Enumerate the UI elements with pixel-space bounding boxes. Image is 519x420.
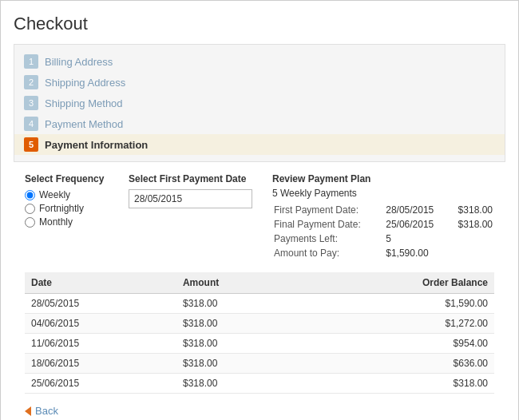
schedule-row-amount: $318.00 [176,374,299,394]
frequency-fortnightly[interactable]: Fortnightly [25,203,113,214]
review-row-payments-left: Payments Left: 5 [274,232,493,245]
review-row-first-payment-amount: $318.00 [450,204,493,216]
schedule-row: 28/05/2015 $318.00 $1,590.00 [25,294,494,314]
schedule-row: 04/06/2015 $318.00 $1,272.00 [25,314,494,334]
action-buttons: Back Continue [25,405,494,420]
review-row-amount-to-pay-value: $1,590.00 [386,247,449,260]
frequency-fortnightly-radio[interactable] [25,204,35,214]
step-label-1: Billing Address [45,56,113,68]
schedule-row-date: 25/06/2015 [25,374,176,394]
step-billing-address[interactable]: 1 Billing Address [14,51,505,72]
review-row-amount-to-pay-label: Amount to Pay: [274,247,384,260]
step-label-5: Payment Information [45,139,148,151]
schedule-row-amount: $318.00 [176,314,299,334]
schedule-row-amount: $318.00 [176,294,299,314]
schedule-row-balance: $1,590.00 [299,294,494,314]
schedule-row-date: 11/06/2015 [25,334,176,354]
step-number-4: 4 [24,117,38,131]
schedule-header-row: Date Amount Order Balance [25,272,494,294]
date-column: Select First Payment Date [129,173,256,208]
frequency-monthly-radio[interactable] [25,217,35,228]
schedule-row-balance: $318.00 [299,374,494,394]
schedule-row-date: 04/06/2015 [25,314,176,334]
back-label: Back [35,405,58,417]
schedule-row: 11/06/2015 $318.00 $954.00 [25,334,494,354]
schedule-row: 18/06/2015 $318.00 $636.00 [25,354,494,374]
frequency-fortnightly-label: Fortnightly [39,203,84,214]
review-row-first-payment-date: 28/05/2015 [386,204,449,216]
step-number-3: 3 [24,96,38,110]
checkout-container: Checkout 1 Billing Address 2 Shipping Ad… [0,0,519,420]
frequency-monthly[interactable]: Monthly [25,216,113,228]
step-label-2: Shipping Address [45,77,125,89]
frequency-column: Select Frequency Weekly Fortnightly Mont… [25,173,113,228]
review-row-payments-left-value: 5 [386,232,449,245]
back-arrow-icon [25,406,31,416]
schedule-row-balance: $1,272.00 [299,314,494,334]
steps-section: 1 Billing Address 2 Shipping Address 3 S… [14,44,505,162]
frequency-radio-group: Weekly Fortnightly Monthly [25,189,113,228]
review-row-final-payment-amount: $318.00 [450,218,493,231]
step-payment-information: 5 Payment Information [14,134,505,155]
schedule-row-date: 28/05/2015 [25,294,176,314]
payment-top: Select Frequency Weekly Fortnightly Mont… [25,173,494,261]
schedule-row-amount: $318.00 [176,354,299,374]
date-label: Select First Payment Date [129,173,256,184]
schedule-row-date: 18/06/2015 [25,354,176,374]
schedule-header-date: Date [25,272,176,294]
frequency-monthly-label: Monthly [39,216,73,228]
payment-info-section: Select Frequency Weekly Fortnightly Mont… [14,162,505,420]
step-number-2: 2 [24,75,38,89]
review-row-final-payment-label: Final Payment Date: [274,218,384,231]
step-number-5: 5 [24,137,38,152]
step-label-4: Payment Method [45,118,123,130]
page-title: Checkout [14,14,505,34]
schedule-row-balance: $636.00 [299,354,494,374]
frequency-label: Select Frequency [25,173,113,184]
review-row-first-payment: First Payment Date: 28/05/2015 $318.00 [274,204,493,216]
first-payment-date-input[interactable] [129,189,252,208]
schedule-row: 25/06/2015 $318.00 $318.00 [25,374,494,394]
back-button[interactable]: Back [25,405,58,417]
payment-schedule-table: Date Amount Order Balance 28/05/2015 $31… [25,272,494,394]
step-shipping-method[interactable]: 3 Shipping Method [14,93,505,113]
plan-subtitle: 5 Weekly Payments [272,188,494,199]
frequency-weekly[interactable]: Weekly [25,189,113,200]
frequency-weekly-radio[interactable] [25,190,35,200]
review-title: Review Payment Plan [272,173,494,184]
review-column: Review Payment Plan 5 Weekly Payments Fi… [272,173,494,261]
step-number-1: 1 [24,54,38,69]
step-payment-method[interactable]: 4 Payment Method [14,113,505,134]
review-row-payments-left-label: Payments Left: [274,232,384,245]
schedule-row-balance: $954.00 [299,334,494,354]
review-row-final-payment-date: 25/06/2015 [386,218,449,231]
review-row-amount-to-pay: Amount to Pay: $1,590.00 [274,247,493,260]
schedule-row-amount: $318.00 [176,334,299,354]
review-row-first-payment-label: First Payment Date: [274,204,384,216]
schedule-header-amount: Amount [176,272,299,294]
review-table: First Payment Date: 28/05/2015 $318.00 F… [272,202,494,261]
schedule-header-balance: Order Balance [299,272,494,294]
step-label-3: Shipping Method [45,97,123,109]
review-row-final-payment: Final Payment Date: 25/06/2015 $318.00 [274,218,493,231]
frequency-weekly-label: Weekly [39,189,70,200]
step-shipping-address[interactable]: 2 Shipping Address [14,72,505,93]
